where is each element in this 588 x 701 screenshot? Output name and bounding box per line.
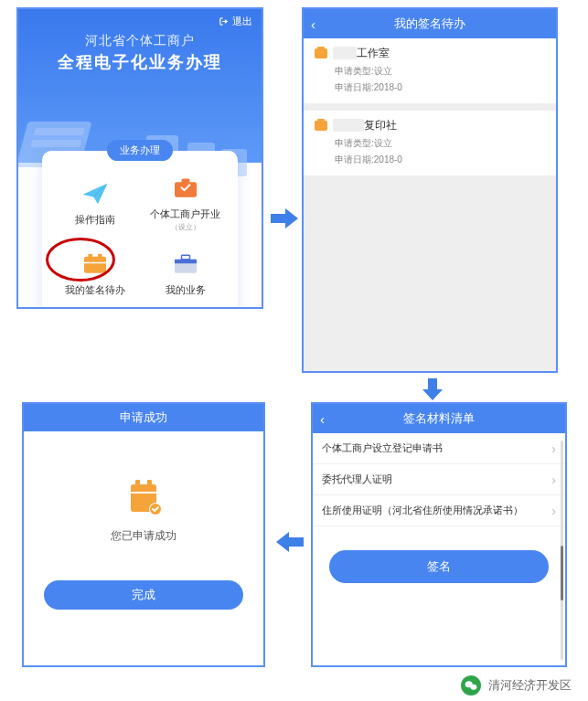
navbar: ‹ 我的签名待办 bbox=[304, 9, 556, 38]
svg-rect-8 bbox=[84, 257, 106, 273]
arrow-left-1 bbox=[276, 530, 304, 554]
svg-point-22 bbox=[470, 685, 476, 690]
nav-title: 我的签名待办 bbox=[394, 16, 465, 32]
footer-account: 清河经济开发区 bbox=[488, 677, 572, 694]
item-date: 申请日期:2018-0 bbox=[335, 154, 545, 166]
screen-sign-list: ‹ 签名材料清单 个体工商户设立登记申请书› 委托代理人证明› 住所使用证明（河… bbox=[311, 402, 567, 667]
svg-rect-5 bbox=[30, 140, 81, 147]
tab-services[interactable]: 业务办理 bbox=[107, 140, 173, 161]
cell-label: 个体工商户开业 bbox=[150, 207, 220, 221]
svg-rect-7 bbox=[181, 179, 189, 184]
nav-title: 签名材料清单 bbox=[403, 410, 475, 427]
success-icon bbox=[125, 477, 162, 515]
doc-row[interactable]: 个体工商户设立登记申请书› bbox=[313, 433, 565, 464]
paper-plane-icon bbox=[81, 182, 109, 206]
navbar: ‹ 签名材料清单 bbox=[313, 404, 565, 433]
logout-icon bbox=[219, 16, 229, 27]
item-icon bbox=[315, 48, 327, 58]
chevron-right-icon: › bbox=[551, 473, 556, 487]
cell-establish[interactable]: 个体工商户开业 （设立） bbox=[140, 167, 230, 243]
svg-rect-9 bbox=[84, 262, 106, 264]
arrow-right-1 bbox=[271, 207, 298, 230]
cell-label: 我的业务 bbox=[166, 283, 206, 297]
item-type: 申请类型:设立 bbox=[335, 65, 545, 78]
hero-title-2: 全程电子化业务办理 bbox=[18, 51, 262, 73]
service-card: 业务办理 操作指南 个体工商户开业 （设立） 我的签名待办 我的业务 bbox=[42, 151, 238, 309]
svg-rect-4 bbox=[34, 128, 85, 135]
doc-label: 委托代理人证明 bbox=[322, 473, 392, 486]
sign-button[interactable]: 签名 bbox=[329, 550, 549, 583]
navbar: 申请成功 bbox=[24, 404, 263, 431]
doc-row[interactable]: 委托代理人证明› bbox=[313, 464, 565, 495]
done-button[interactable]: 完成 bbox=[44, 580, 243, 610]
logout-button[interactable]: 退出 bbox=[219, 15, 252, 28]
cell-my-business[interactable]: 我的业务 bbox=[140, 243, 230, 308]
scrollbar[interactable] bbox=[561, 441, 563, 660]
list-item[interactable]: ████复印社 申请类型:设立 申请日期:2018-0 bbox=[304, 111, 556, 175]
back-button[interactable]: ‹ bbox=[320, 411, 325, 427]
success-message: 您已申请成功 bbox=[24, 528, 263, 544]
briefcase-blue-icon bbox=[172, 252, 199, 276]
svg-rect-16 bbox=[131, 492, 156, 494]
cell-sign-todo[interactable]: 我的签名待办 bbox=[49, 243, 140, 308]
svg-rect-17 bbox=[135, 480, 140, 486]
logout-label: 退出 bbox=[232, 15, 252, 28]
hero-title-1: 河北省个体工商户 bbox=[18, 33, 262, 49]
item-icon bbox=[315, 121, 327, 131]
svg-rect-11 bbox=[98, 254, 102, 259]
item-name: ████复印社 bbox=[333, 118, 397, 133]
wechat-icon bbox=[461, 675, 481, 696]
cell-sublabel: （设立） bbox=[171, 223, 200, 232]
doc-row[interactable]: 住所使用证明（河北省住所使用情况承诺书）› bbox=[313, 495, 565, 526]
item-type: 申请类型:设立 bbox=[335, 137, 545, 150]
doc-label: 住所使用证明（河北省住所使用情况承诺书） bbox=[322, 505, 523, 517]
footer: 清河经济开发区 bbox=[0, 675, 588, 696]
screen-home: 退出 河北省个体工商户 全程电子化业务办理 业务办理 操作指南 bbox=[16, 7, 263, 309]
briefcase-orange-icon bbox=[172, 176, 199, 200]
svg-rect-18 bbox=[147, 480, 152, 486]
item-name: ███工作室 bbox=[333, 46, 390, 61]
back-button[interactable]: ‹ bbox=[311, 16, 315, 32]
cell-label: 我的签名待办 bbox=[65, 283, 125, 297]
svg-rect-10 bbox=[88, 254, 92, 259]
chevron-right-icon: › bbox=[551, 441, 556, 456]
svg-rect-14 bbox=[181, 255, 189, 260]
screen-sign-todo: ‹ 我的签名待办 ███工作室 申请类型:设立 申请日期:2018-0 ████… bbox=[302, 7, 558, 373]
service-grid: 操作指南 个体工商户开业 （设立） 我的签名待办 我的业务 bbox=[42, 151, 238, 309]
arrow-down-1 bbox=[421, 378, 444, 400]
folder-icon bbox=[81, 252, 109, 276]
chevron-right-icon: › bbox=[551, 504, 556, 518]
cell-guide[interactable]: 操作指南 bbox=[49, 167, 140, 243]
item-date: 申请日期:2018-0 bbox=[335, 81, 545, 94]
list-item[interactable]: ███工作室 申请类型:设立 申请日期:2018-0 bbox=[304, 38, 556, 103]
screen-success: 申请成功 您已申请成功 完成 bbox=[22, 402, 265, 667]
doc-label: 个体工商户设立登记申请书 bbox=[322, 442, 443, 455]
nav-title: 申请成功 bbox=[120, 409, 167, 426]
cell-label: 操作指南 bbox=[75, 213, 115, 227]
